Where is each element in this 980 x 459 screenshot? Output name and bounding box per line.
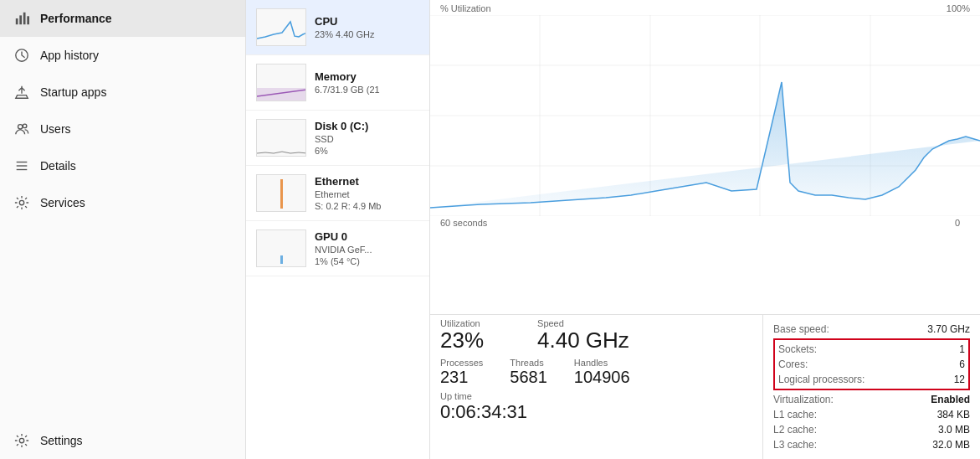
disk-thumb — [256, 119, 306, 157]
settings-icon — [13, 432, 30, 449]
svg-rect-13 — [280, 179, 283, 209]
svg-point-6 — [23, 124, 27, 128]
base-speed-row: Base speed: 3.70 GHz — [773, 322, 970, 337]
svg-rect-0 — [16, 18, 18, 24]
l2-row: L2 cache: 3.0 MB — [773, 422, 970, 437]
logical-row: Logical processors: 12 — [778, 372, 965, 387]
sidebar-item-performance[interactable]: Performance — [0, 0, 245, 37]
sidebar-item-performance-label: Performance — [40, 12, 112, 25]
speed-group: Speed 4.40 GHz — [537, 318, 629, 353]
svg-point-10 — [19, 200, 23, 204]
services-icon — [13, 194, 30, 211]
virtualization-value: Enabled — [931, 394, 970, 405]
spec-panel: Base speed: 3.70 GHz Sockets: 1 Cores: 6… — [762, 315, 980, 459]
l1-row: L1 cache: 384 KB — [773, 407, 970, 422]
sidebar-item-details[interactable]: Details — [0, 147, 245, 184]
processes-group: Processes 231 — [440, 358, 483, 386]
svg-rect-2 — [23, 13, 26, 24]
threads-group: Threads 5681 — [510, 358, 547, 386]
l1-value: 384 KB — [937, 409, 970, 420]
chart-area: % Utilization 100% — [430, 0, 980, 315]
base-speed-label: Base speed: — [773, 323, 829, 335]
device-list: CPU 23% 4.40 GHz Memory 6.7/31.9 GB (21 … — [246, 0, 430, 459]
sidebar-item-services-label: Services — [40, 196, 85, 209]
gpu-name: GPU 0 — [315, 230, 419, 243]
memory-name: Memory — [315, 70, 419, 83]
gpu-sub2: 1% (54 °C) — [315, 256, 419, 266]
sockets-value: 1 — [959, 343, 965, 355]
chart-labels: % Utilization 100% — [430, 0, 980, 15]
chart-svg — [430, 15, 980, 216]
ethernet-name: Ethernet — [315, 175, 419, 188]
ethernet-thumb — [256, 174, 306, 212]
y-axis-max: 100% — [947, 3, 970, 13]
disk-sub2: 6% — [315, 146, 419, 156]
cores-label: Cores: — [778, 358, 808, 370]
sidebar-item-startup-apps[interactable]: Startup apps — [0, 74, 245, 111]
cpu-sub: 23% 4.40 GHz — [315, 29, 419, 39]
logical-label: Logical processors: — [778, 374, 865, 385]
handles-value: 104906 — [574, 368, 630, 386]
device-item-ethernet[interactable]: Ethernet Ethernet S: 0.2 R: 4.9 Mb — [246, 166, 429, 221]
stats-row-uptime: Up time 0:06:34:31 — [430, 386, 762, 428]
clock-icon — [13, 47, 30, 64]
stats-row-2: Processes 231 Threads 5681 Handles 10490… — [430, 353, 762, 386]
chart-icon — [13, 10, 30, 27]
svg-point-5 — [18, 125, 23, 129]
l1-label: L1 cache: — [773, 409, 817, 420]
ethernet-sub1: Ethernet — [315, 189, 419, 199]
sockets-label: Sockets: — [778, 343, 817, 355]
l3-row: L3 cache: 32.0 MB — [773, 437, 970, 452]
sidebar-item-details-label: Details — [40, 159, 76, 173]
sidebar: Performance App history Startup apps — [0, 0, 246, 459]
processes-value: 231 — [440, 368, 483, 386]
svg-rect-14 — [280, 255, 283, 264]
l3-value: 32.0 MB — [932, 439, 970, 451]
logical-value: 12 — [954, 374, 965, 385]
sidebar-item-settings[interactable]: Settings — [0, 422, 245, 459]
bottom-section: Utilization 23% Speed 4.40 GHz Processes… — [430, 315, 980, 459]
svg-rect-3 — [27, 16, 29, 24]
sidebar-item-services[interactable]: Services — [0, 184, 245, 221]
main-content: % Utilization 100% — [430, 0, 980, 459]
svg-point-11 — [19, 438, 23, 442]
sidebar-item-settings-label: Settings — [40, 434, 83, 447]
sidebar-item-users[interactable]: Users — [0, 111, 245, 147]
device-item-memory[interactable]: Memory 6.7/31.9 GB (21 — [246, 55, 429, 111]
device-item-cpu[interactable]: CPU 23% 4.40 GHz — [246, 0, 429, 55]
details-icon — [13, 157, 30, 174]
threads-value: 5681 — [510, 368, 547, 386]
memory-sub: 6.7/31.9 GB (21 — [315, 85, 419, 95]
device-item-gpu[interactable]: GPU 0 NVIDIA GeF... 1% (54 °C) — [246, 221, 429, 276]
uptime-label: Up time — [440, 391, 752, 401]
memory-thumb — [256, 64, 306, 101]
handles-group: Handles 104906 — [574, 358, 630, 386]
sidebar-item-users-label: Users — [40, 122, 71, 136]
uptime-value: 0:06:34:31 — [440, 401, 752, 423]
users-icon — [13, 121, 30, 137]
sidebar-item-startup-apps-label: Startup apps — [40, 85, 106, 99]
y-axis-label: % Utilization — [440, 3, 491, 13]
l2-label: L2 cache: — [773, 424, 817, 436]
ethernet-sub2: S: 0.2 R: 4.9 Mb — [315, 201, 419, 211]
sidebar-item-app-history[interactable]: App history — [0, 37, 245, 74]
handles-label: Handles — [574, 358, 630, 368]
device-item-disk[interactable]: Disk 0 (C:) SSD 6% — [246, 111, 429, 166]
sidebar-bottom: Settings — [0, 422, 245, 459]
gpu-sub1: NVIDIA GeF... — [315, 245, 419, 255]
l2-value: 3.0 MB — [938, 424, 970, 436]
threads-label: Threads — [510, 358, 547, 368]
highlight-box: Sockets: 1 Cores: 6 Logical processors: … — [773, 338, 970, 390]
speed-value: 4.40 GHz — [537, 328, 629, 353]
virtualization-row: Virtualization: Enabled — [773, 392, 970, 407]
utilization-value: 23% — [440, 328, 484, 353]
utilization-group: Utilization 23% — [440, 318, 484, 353]
gpu-thumb — [256, 230, 306, 267]
l3-label: L3 cache: — [773, 439, 817, 451]
startup-icon — [13, 84, 30, 101]
svg-rect-1 — [19, 15, 22, 24]
disk-sub1: SSD — [315, 134, 419, 144]
main-stats: Utilization 23% Speed 4.40 GHz Processes… — [430, 315, 762, 459]
sidebar-item-app-history-label: App history — [40, 49, 99, 62]
svg-rect-12 — [257, 88, 306, 101]
